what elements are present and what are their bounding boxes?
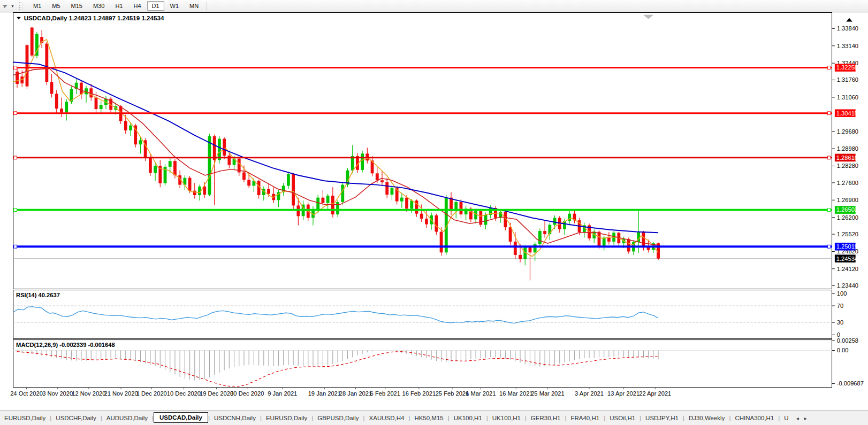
date-label: 21 Nov 2020 xyxy=(104,390,138,397)
line-handle[interactable] xyxy=(827,156,831,159)
candle-body xyxy=(188,178,192,191)
candle-body xyxy=(31,28,34,56)
tab-eurusd-daily[interactable]: EURUSD,Daily xyxy=(262,413,311,423)
tab-china300-h1[interactable]: CHINA300,H1 xyxy=(730,413,778,423)
candle-body xyxy=(218,139,221,160)
candle-body xyxy=(410,200,413,208)
tab-hk50-m15[interactable]: HK50,M15 xyxy=(410,413,447,423)
price-tick-label: 1.25520 xyxy=(837,231,858,237)
date-label: 3 Nov 2020 xyxy=(42,390,73,397)
chart-canvas[interactable]: 1.338401.331401.324401.317601.310601.296… xyxy=(0,12,868,411)
candle-body xyxy=(247,180,250,186)
tab-usdchf-daily[interactable]: USDCHF,Daily xyxy=(51,413,100,423)
timeframe-button-M5[interactable]: M5 xyxy=(47,1,65,11)
candle-body xyxy=(326,196,330,203)
candle-body xyxy=(139,140,142,144)
tab-u[interactable]: U xyxy=(780,413,793,423)
price-tick-label: 1.31060 xyxy=(837,94,858,101)
macd-panel[interactable] xyxy=(13,340,832,388)
macd-tick-label: -0.009687 xyxy=(837,380,864,387)
line-handle[interactable] xyxy=(14,245,17,248)
candle-body xyxy=(50,82,54,94)
symbol-tab-bar: EURUSD,Daily|USDCHF,Daily|AUDUSD,Daily|U… xyxy=(0,411,868,425)
tab-dj30-weekly[interactable]: DJ30,Weekly xyxy=(684,413,729,423)
line-handle[interactable] xyxy=(14,156,17,159)
tab-uk100-h1[interactable]: UK100,H1 xyxy=(450,413,486,423)
candle-body xyxy=(65,102,68,112)
candle-body xyxy=(514,242,517,255)
date-label: 9 Jan 2021 xyxy=(268,390,297,397)
line-handle[interactable] xyxy=(827,208,831,212)
line-handle[interactable] xyxy=(14,66,17,69)
tab-scroll-right-button[interactable]: ▸ xyxy=(802,415,809,421)
scale-marker-icon[interactable] xyxy=(846,18,852,22)
price-tick-label: 1.28280 xyxy=(837,163,858,169)
line-handle[interactable] xyxy=(827,245,831,248)
candle-body xyxy=(479,211,482,225)
candle-body xyxy=(124,121,127,130)
timeframe-button-W1[interactable]: W1 xyxy=(165,1,184,11)
candle-body xyxy=(149,158,152,173)
tab-ger30-h1[interactable]: GER30,H1 xyxy=(527,413,565,423)
candle-body xyxy=(80,83,83,95)
candle-body xyxy=(440,231,443,252)
tab-usoil-h1[interactable]: USOil,H1 xyxy=(605,413,639,423)
price-tick-label: 1.33140 xyxy=(837,43,858,49)
tab-eurusd-daily[interactable]: EURUSD,Daily xyxy=(0,413,50,423)
tab-fra40-h1[interactable]: FRA40,H1 xyxy=(566,413,604,423)
tab-xauusd-h4[interactable]: XAUUSD,H4 xyxy=(365,413,409,423)
candle-body xyxy=(509,227,512,242)
toolbar-grip[interactable] xyxy=(19,2,23,10)
line-handle[interactable] xyxy=(14,112,17,115)
candle-body xyxy=(267,189,270,194)
timeframe-button-M15[interactable]: M15 xyxy=(66,1,87,11)
candle-body xyxy=(129,126,132,130)
date-label: 28 Jan 2021 xyxy=(339,390,372,397)
tab-usdcad-daily[interactable]: USDCAD,Daily xyxy=(154,412,208,423)
timeframe-toolbar: ➤ ▼ M1M5M15M30H1H4D1W1MN xyxy=(0,0,868,12)
tab-usdcnh-daily[interactable]: USDCNH,Daily xyxy=(210,413,260,423)
candle-body xyxy=(529,248,532,252)
candle-body xyxy=(242,172,246,180)
candle-body xyxy=(203,187,206,195)
date-label: 10 Dec 2020 xyxy=(167,390,201,397)
tab-usdjpy-h1[interactable]: USDJPY,H1 xyxy=(641,413,683,423)
price-tick-label: 1.26200 xyxy=(837,214,858,221)
tab-gbpusd-daily[interactable]: GBPUSD,Daily xyxy=(313,413,363,423)
tab-audusd-daily[interactable]: AUDUSD,Daily xyxy=(102,413,152,423)
timeframe-button-M30[interactable]: M30 xyxy=(88,1,109,11)
line-handle[interactable] xyxy=(827,112,831,115)
date-label: 16 Feb 2021 xyxy=(402,390,436,397)
price-badge-label: 1.24534 xyxy=(836,256,858,262)
chevron-down-icon[interactable]: ▼ xyxy=(11,4,14,8)
price-badge-label: 1.26503 xyxy=(836,206,858,213)
candle-body xyxy=(213,136,216,160)
cursor-tool-icon[interactable]: ➤ xyxy=(1,2,9,11)
candle-body xyxy=(385,182,389,195)
price-tick-label: 1.24120 xyxy=(837,266,858,272)
line-handle[interactable] xyxy=(827,66,831,69)
price-badge-label: 1.30415 xyxy=(836,110,858,117)
price-tick-label: 1.29680 xyxy=(837,128,858,135)
rsi-label: RSI(14) 40.2637 xyxy=(16,292,60,298)
candle-body xyxy=(553,218,557,225)
candle-body xyxy=(484,215,488,225)
tab-uk100-h1[interactable]: UK100,H1 xyxy=(488,413,525,423)
date-label: 19 Jan 2021 xyxy=(308,390,341,397)
price-tick-label: 1.26900 xyxy=(837,197,858,203)
timeframe-button-D1[interactable]: D1 xyxy=(147,1,164,11)
date-label: 1 Dec 2020 xyxy=(136,390,167,397)
timeframe-button-M1[interactable]: M1 xyxy=(28,1,46,11)
timeframe-button-H1[interactable]: H1 xyxy=(110,1,127,11)
candle-body xyxy=(603,238,606,246)
tab-scroll-left-button[interactable]: ◂ xyxy=(794,415,801,421)
timeframe-button-MN[interactable]: MN xyxy=(185,1,203,11)
line-handle[interactable] xyxy=(14,208,17,212)
date-label: 16 Mar 2021 xyxy=(499,390,533,397)
candle-body xyxy=(538,231,542,244)
candle-body xyxy=(95,97,98,109)
timeframe-button-H4[interactable]: H4 xyxy=(128,1,146,11)
candle-body xyxy=(474,211,477,219)
rsi-panel[interactable] xyxy=(13,290,832,338)
candle-body xyxy=(607,238,611,242)
